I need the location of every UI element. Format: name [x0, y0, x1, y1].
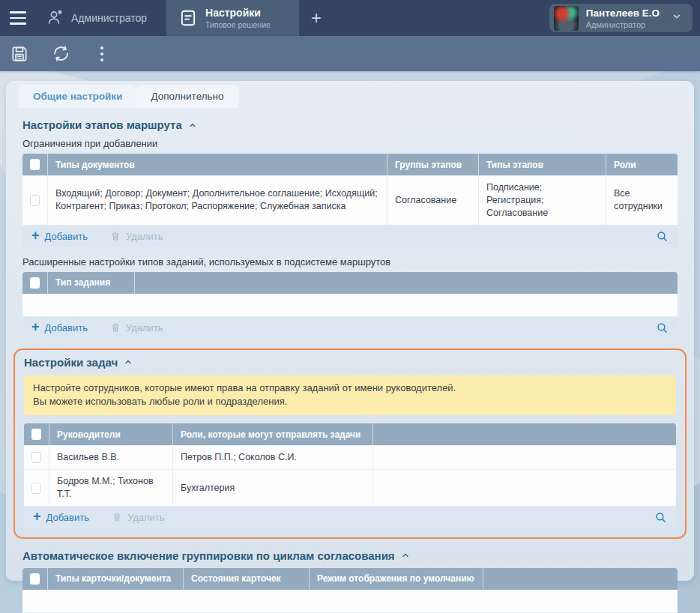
- delete-button[interactable]: Удалить: [110, 322, 163, 333]
- column-header-empty: [373, 423, 676, 445]
- search-icon[interactable]: [656, 230, 669, 243]
- table-row[interactable]: Бодров М.М.; Тихонов Т.Т. Бухгалтерия: [24, 469, 676, 506]
- save-icon[interactable]: [9, 43, 30, 64]
- table-footer: + Добавить Удалить: [22, 316, 678, 339]
- tab-administrator-label: Администратор: [71, 12, 147, 24]
- chevron-up-icon: [188, 121, 197, 130]
- select-all-checkbox[interactable]: [24, 423, 49, 445]
- info-line: Настройте сотрудников, которые имеют пра…: [33, 381, 667, 396]
- delete-button[interactable]: Удалить: [112, 512, 165, 523]
- section-route-stages-title: Настройки этапов маршрута: [22, 118, 182, 131]
- select-all-checkbox[interactable]: [22, 154, 48, 175]
- restrictions-label: Ограничения при добавлении: [22, 138, 678, 149]
- search-icon[interactable]: [656, 321, 669, 334]
- select-all-checkbox[interactable]: [22, 568, 48, 590]
- grouping-table: Типы карточки/документа Состояния карточ…: [22, 568, 678, 613]
- section-tasks-title: Настройки задач: [24, 356, 118, 369]
- user-profile-menu[interactable]: Пантелеев Е.О Администратор: [549, 4, 693, 32]
- tab-settings-subtitle: Типовое решение: [205, 20, 271, 29]
- user-star-icon: [46, 8, 64, 28]
- column-header-empty: [483, 568, 678, 590]
- hamburger-menu-icon[interactable]: [0, 0, 36, 36]
- empty-table-body: [22, 294, 678, 316]
- chevron-up-icon: [401, 551, 410, 560]
- section-grouping-header[interactable]: Автоматическое включение группировки по …: [22, 549, 678, 562]
- topbar-spacer: [334, 0, 549, 36]
- profile-name: Пантелеев Е.О: [586, 7, 660, 19]
- action-toolbar: [0, 36, 700, 71]
- plus-icon: +: [31, 320, 40, 333]
- column-header-empty: [135, 272, 678, 294]
- cell-roles: Петров П.П.; Соколов С.И.: [173, 446, 373, 469]
- column-header[interactable]: Режим отображения по умолчанию: [310, 568, 483, 590]
- section-route-stages-header[interactable]: Настройки этапов маршрута: [22, 118, 678, 131]
- tab-additional[interactable]: Дополнительно: [136, 85, 238, 108]
- row-checkbox[interactable]: [22, 176, 48, 225]
- settings-tabs: Общие настройки Дополнительно: [6, 81, 694, 108]
- table-header-row: Тип задания: [22, 272, 678, 294]
- column-header[interactable]: Типы этапов: [479, 154, 606, 175]
- column-header[interactable]: Руководители: [49, 423, 173, 445]
- refresh-icon[interactable]: [50, 43, 71, 64]
- table-footer: + Добавить Удалить: [22, 225, 678, 247]
- cell-roles: Бухгалтерия: [173, 470, 373, 506]
- route-restrictions-table: Типы документов Группы этапов Типы этапо…: [22, 154, 678, 247]
- chevron-down-icon: [672, 11, 682, 25]
- column-header[interactable]: Состояния карточек: [184, 568, 310, 590]
- chevron-up-icon: [124, 357, 133, 366]
- task-types-label: Расширенные настройки типов заданий, исп…: [22, 256, 678, 268]
- column-header[interactable]: Роли, которые могут отправлять задачи: [173, 423, 373, 445]
- column-header[interactable]: Типы документов: [48, 154, 387, 175]
- section-grouping-title: Автоматическое включение группировки по …: [22, 549, 395, 562]
- new-tab-button[interactable]: +: [299, 0, 334, 36]
- cell-empty: [373, 470, 676, 506]
- info-line: Вы можете использовать любые роли и подр…: [33, 395, 667, 409]
- cell-roles: Все сотрудники: [606, 176, 678, 225]
- cell-empty: [373, 446, 676, 469]
- trash-icon: [112, 512, 122, 522]
- row-checkbox[interactable]: [24, 446, 49, 469]
- delete-button[interactable]: Удалить: [110, 231, 163, 242]
- column-header[interactable]: Типы карточки/документа: [48, 568, 184, 590]
- table-row[interactable]: Васильев В.В. Петров П.П.; Соколов С.И.: [24, 445, 676, 469]
- empty-table-body: [22, 590, 678, 612]
- task-types-table: Тип задания + Добавить Удалить: [22, 272, 678, 339]
- cell-managers: Бодров М.М.; Тихонов Т.Т.: [49, 470, 173, 506]
- plus-icon: +: [33, 510, 41, 523]
- add-button[interactable]: + Добавить: [31, 321, 88, 333]
- cell-document-types: Входящий; Договор; Документ; Дополнитель…: [48, 176, 387, 225]
- column-header[interactable]: Группы этапов: [387, 154, 479, 175]
- document-icon: [178, 8, 198, 28]
- table-footer: + Добавить Удалить: [24, 506, 676, 528]
- tab-general-settings[interactable]: Общие настройки: [19, 85, 136, 108]
- cell-managers: Васильев В.В.: [49, 446, 173, 469]
- section-tasks-header[interactable]: Настройки задач: [24, 356, 676, 369]
- search-icon[interactable]: [654, 511, 667, 524]
- cell-stage-groups: Согласование: [387, 176, 479, 225]
- settings-panel: Общие настройки Дополнительно Настройки …: [6, 81, 694, 581]
- table-header-row: Типы документов Группы этапов Типы этапо…: [22, 154, 678, 175]
- more-options-icon[interactable]: [91, 43, 112, 64]
- avatar: [554, 6, 579, 31]
- profile-role: Администратор: [586, 20, 660, 29]
- tasks-table: Руководители Роли, которые могут отправл…: [24, 423, 676, 528]
- top-bar: Администратор Настройки Типовое решение …: [0, 0, 700, 36]
- plus-icon: +: [31, 229, 40, 242]
- trash-icon: [110, 231, 121, 241]
- column-header[interactable]: Роли: [606, 154, 678, 175]
- table-row[interactable]: Входящий; Договор; Документ; Дополнитель…: [22, 175, 678, 225]
- table-header-row: Типы карточки/документа Состояния карточ…: [22, 568, 678, 590]
- trash-icon: [110, 322, 121, 333]
- tab-settings-title: Настройки: [205, 7, 271, 19]
- column-header[interactable]: Тип задания: [48, 272, 135, 294]
- tab-settings-active[interactable]: Настройки Типовое решение: [166, 0, 299, 36]
- select-all-checkbox[interactable]: [22, 272, 48, 294]
- add-button[interactable]: + Добавить: [31, 230, 88, 242]
- add-button[interactable]: + Добавить: [33, 511, 89, 523]
- tab-administrator[interactable]: Администратор: [36, 0, 166, 36]
- cell-stage-types: Подписание; Регистрация; Согласование: [479, 176, 606, 225]
- tasks-info-message: Настройте сотрудников, которые имеют пра…: [24, 375, 676, 416]
- table-header-row: Руководители Роли, которые могут отправл…: [24, 423, 676, 445]
- highlighted-section-tasks: Настройки задач Настройте сотрудников, к…: [13, 348, 687, 539]
- row-checkbox[interactable]: [24, 470, 49, 506]
